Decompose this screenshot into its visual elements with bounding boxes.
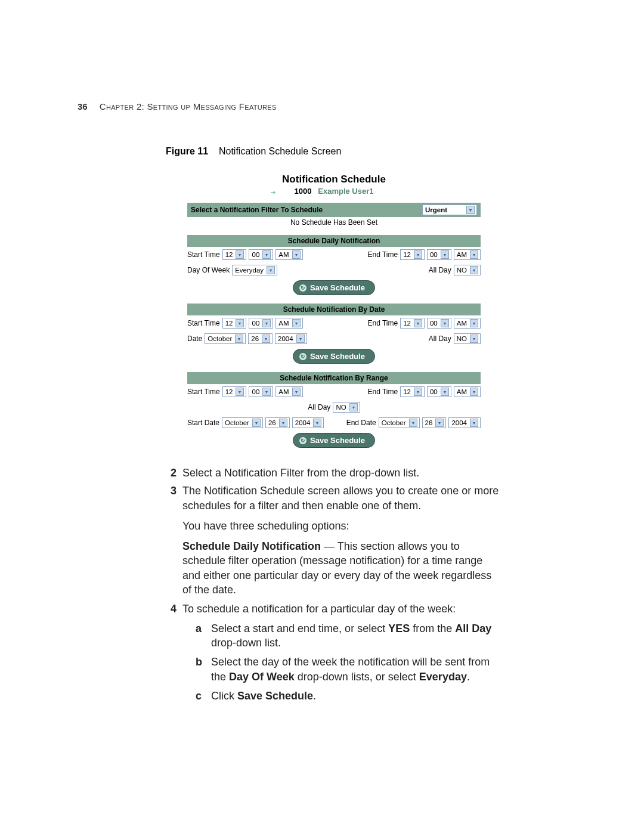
daily-start-hour-select[interactable]: 12▾ [222,249,247,260]
value: AM [457,320,467,327]
refresh-icon: ↻ [299,353,306,360]
figure-caption-text: Notification Schedule Screen [219,146,341,156]
value: 26 [268,419,276,426]
step-4a: a Select a start and end time, or select… [196,621,500,651]
bydate-month-select[interactable]: October▾ [205,333,246,344]
divider [187,231,481,233]
chevron-down-icon: ▾ [470,250,478,259]
step-3-line2: You have three scheduling options: [182,519,500,533]
refresh-icon: ↻ [299,284,306,292]
chevron-down-icon: ▾ [262,335,270,343]
bydate-start-ampm-select[interactable]: AM▾ [275,318,302,329]
filter-header-row: Select a Notification Filter To Schedule… [187,203,481,217]
button-label: Save Schedule [310,436,365,445]
daily-header-label: Schedule Daily Notification [288,237,380,245]
bydate-save-row: ↻ Save Schedule [187,346,481,366]
bydate-allday-label: All Day [429,335,451,343]
user-id: 1000 [294,187,311,196]
user-name: Example User1 [318,187,373,196]
bydate-day-select[interactable]: 26▾ [248,333,273,344]
sub-text: Select the day of the week the notificat… [211,655,500,684]
byrange-save-row: ↻ Save Schedule [187,431,481,450]
step-text: To schedule a notification for a particu… [182,602,456,616]
step-3: 3 The Notification Schedule screen allow… [166,484,500,513]
chevron-down-icon: ▾ [441,250,449,259]
byrange-ed-day-select[interactable]: 26▾ [422,417,447,428]
byrange-header-label: Schedule Notification By Range [280,374,388,382]
byrange-end-hour-select[interactable]: 12▾ [400,386,425,397]
daily-dow-select[interactable]: Everyday▾ [232,265,277,275]
byrange-enddate-label: End Date [346,419,376,427]
chevron-down-icon: ▾ [267,266,275,274]
value: October [208,335,232,342]
bydate-header-label: Schedule Notification By Date [283,305,385,314]
text: drop-down lists, or select [295,671,419,683]
byrange-dates-row: Start Date October▾ 26▾ 2004▾ End Date O… [187,415,481,431]
bydate-start-min-select[interactable]: 00▾ [249,318,273,329]
chevron-down-icon: ▾ [236,250,244,259]
sub-text: Click Save Schedule. [211,689,316,703]
panel-title: Notification Schedule [187,174,481,185]
bydate-start-hour-select[interactable]: 12▾ [222,318,247,329]
daily-start-min-select[interactable]: 00▾ [249,249,273,260]
chevron-down-icon: ▾ [470,335,478,343]
value: NO [457,267,467,274]
chevron-down-icon: ▾ [292,319,301,327]
daily-allday-select[interactable]: NO▾ [454,265,481,275]
value: 12 [403,320,411,327]
value: 12 [225,320,233,327]
daily-allday-label: All Day [429,266,451,274]
filter-select-value: Urgent [425,206,463,213]
daily-end-min-select[interactable]: 00▾ [427,249,451,260]
chevron-down-icon: ▾ [470,266,478,274]
bydate-allday-select[interactable]: NO▾ [454,333,481,344]
step-4: 4 To schedule a notification for a parti… [166,602,500,616]
value: AM [457,388,467,395]
bydate-end-ampm-select[interactable]: AM▾ [454,318,481,329]
bydate-end-hour-select[interactable]: 12▾ [400,318,425,329]
value: 00 [252,388,259,395]
byrange-end-ampm-select[interactable]: AM▾ [454,386,481,397]
value: 00 [430,388,438,395]
step-4b: b Select the day of the week the notific… [196,655,500,684]
daily-time-row: Start Time 12▾ 00▾ AM▾ End Time 12▾ 00▾ … [187,247,481,262]
byrange-sd-month-select[interactable]: October▾ [222,417,263,428]
chevron-down-icon: ▾ [262,250,271,259]
bydate-end-min-select[interactable]: 00▾ [427,318,451,329]
step-text: Select a Notification Filter from the dr… [182,466,419,480]
bydate-year-select[interactable]: 2004▾ [275,333,307,344]
daily-end-ampm-select[interactable]: AM▾ [454,249,481,260]
byrange-allday-label: All Day [308,403,330,411]
value: 12 [225,388,233,395]
byrange-start-label: Start Time [187,388,220,396]
value: 00 [430,320,438,327]
byrange-start-hour-select[interactable]: 12▾ [222,386,247,397]
byrange-ed-year-select[interactable]: 2004▾ [448,417,481,428]
refresh-icon: ↻ [299,437,306,444]
button-label: Save Schedule [310,352,365,361]
byrange-sd-year-select[interactable]: 2004▾ [292,417,324,428]
daily-end-hour-select[interactable]: 12▾ [400,249,425,260]
figure-caption: Figure 11 Notification Schedule Screen [166,146,566,157]
step-4c: c Click Save Schedule. [196,689,500,703]
bydate-save-schedule-button[interactable]: ↻ Save Schedule [293,349,375,364]
byrange-allday-select[interactable]: NO▾ [333,402,360,413]
step-number: 3 [166,484,177,513]
byrange-sd-day-select[interactable]: 26▾ [265,417,290,428]
byrange-save-schedule-button[interactable]: ↻ Save Schedule [293,433,375,448]
daily-dow-label: Day Of Week [187,266,230,274]
daily-start-ampm-select[interactable]: AM▾ [275,249,302,260]
daily-save-row: ↻ Save Schedule [187,278,481,298]
byrange-start-ampm-select[interactable]: AM▾ [275,386,302,397]
page-header: 36 Chapter 2: Setting up Messaging Featu… [78,101,566,112]
byrange-start-min-select[interactable]: 00▾ [249,386,273,397]
byrange-end-min-select[interactable]: 00▾ [427,386,451,397]
daily-save-schedule-button[interactable]: ↻ Save Schedule [293,280,375,295]
chevron-down-icon: ▾ [470,419,478,427]
byrange-ed-month-select[interactable]: October▾ [379,417,420,428]
chevron-down-icon: ▾ [470,388,478,396]
filter-select[interactable]: Urgent ▾ [422,205,477,215]
value: AM [278,320,289,327]
figure-label: Figure 11 [166,146,208,156]
chevron-down-icon: ▾ [414,388,422,396]
